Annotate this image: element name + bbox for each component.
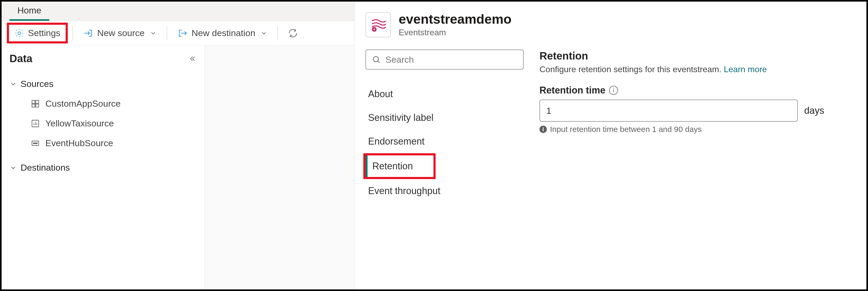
retention-hint: i Input retention time between 1 and 90 … <box>539 125 850 134</box>
source-item-customappsource[interactable]: CustomAppSource <box>9 94 196 113</box>
settings-label: Settings <box>28 28 60 38</box>
panel-title-block: eventstreamdemo Eventstream <box>399 12 512 37</box>
new-destination-label: New destination <box>191 28 255 38</box>
destinations-group: Destinations <box>9 158 196 178</box>
retention-field-label-row: Retention time i <box>539 85 850 96</box>
new-destination-button[interactable]: New destination <box>172 25 273 41</box>
retention-nav-highlight: Retention <box>363 153 436 179</box>
svg-rect-2 <box>36 100 38 103</box>
sources-group: Sources CustomAppSource YellowTaxisource <box>9 74 196 153</box>
panel-header: eventstreamdemo Eventstream <box>366 12 850 37</box>
info-icon[interactable]: i <box>609 86 618 95</box>
retention-unit: days <box>804 105 824 116</box>
retention-time-input[interactable] <box>539 100 798 122</box>
chart-icon <box>31 119 40 128</box>
source-item-label: EventHubSource <box>45 138 113 148</box>
source-arrow-icon <box>83 28 94 38</box>
svg-rect-4 <box>36 104 38 107</box>
settings-button[interactable]: Settings <box>9 25 66 41</box>
app-icon <box>31 99 40 109</box>
learn-more-link[interactable]: Learn more <box>724 65 767 74</box>
tab-home[interactable]: Home <box>9 2 49 21</box>
sources-group-header[interactable]: Sources <box>9 74 196 94</box>
chevron-down-icon <box>9 164 17 172</box>
section-title: Retention <box>539 50 850 62</box>
panel-title: eventstreamdemo <box>399 12 512 27</box>
data-pane-header: Data <box>9 53 196 65</box>
toolbar-separator <box>277 26 278 41</box>
panel-body: About Sensitivity label Endorsement Rete… <box>366 49 850 279</box>
source-item-label: CustomAppSource <box>45 99 121 109</box>
destinations-group-header[interactable]: Destinations <box>9 158 196 178</box>
info-solid-icon: i <box>539 125 547 133</box>
svg-point-7 <box>33 143 34 144</box>
new-source-label: New source <box>97 28 145 38</box>
destination-arrow-icon <box>177 28 188 38</box>
eventstream-icon <box>366 12 391 37</box>
left-body: Data Sources CustomAppSource <box>2 45 354 289</box>
eventhub-icon <box>31 139 40 148</box>
nav-sensitivity[interactable]: Sensitivity label <box>366 106 524 130</box>
source-item-eventhubsource[interactable]: EventHubSource <box>9 133 196 153</box>
nav-throughput[interactable]: Event throughput <box>366 179 524 203</box>
svg-point-9 <box>36 143 37 144</box>
retention-hint-text: Input retention time between 1 and 90 da… <box>550 125 702 134</box>
nav-about[interactable]: About <box>366 82 524 106</box>
destinations-label: Destinations <box>21 162 70 173</box>
retention-settings-content: Retention Configure retention settings f… <box>539 49 850 279</box>
section-description-text: Configure retention settings for this ev… <box>539 65 721 74</box>
chevron-down-icon <box>9 80 17 88</box>
settings-panel: eventstreamdemo Eventstream About Sensit… <box>355 2 866 289</box>
svg-point-8 <box>35 143 36 144</box>
settings-search[interactable] <box>366 49 524 70</box>
chevron-down-icon <box>260 30 267 37</box>
data-pane: Data Sources CustomAppSource <box>2 45 205 289</box>
collapse-pane-button[interactable] <box>188 54 196 63</box>
tab-bar: Home <box>2 2 354 21</box>
gear-icon <box>14 28 24 38</box>
svg-point-11 <box>373 57 379 62</box>
toolbar-separator <box>167 26 167 41</box>
retention-time-label: Retention time <box>539 85 606 96</box>
svg-point-0 <box>18 32 21 34</box>
nav-retention[interactable]: Retention <box>366 155 433 177</box>
toolbar-separator <box>72 26 73 41</box>
sources-label: Sources <box>21 79 54 89</box>
search-input[interactable] <box>385 54 517 65</box>
source-item-label: YellowTaxisource <box>45 118 114 129</box>
main-app-area: Home Settings New source <box>2 2 355 289</box>
retention-input-row: days <box>539 100 850 122</box>
canvas-area[interactable] <box>205 45 354 289</box>
settings-button-highlight: Settings <box>7 23 68 43</box>
toolbar: Settings New source New destination <box>2 21 354 45</box>
section-description: Configure retention settings for this ev… <box>539 65 850 74</box>
refresh-icon <box>288 28 298 38</box>
svg-rect-3 <box>32 104 35 107</box>
panel-subtitle: Eventstream <box>399 28 512 37</box>
chevron-down-icon <box>150 30 157 37</box>
source-item-yellowtaxisource[interactable]: YellowTaxisource <box>9 113 196 133</box>
settings-nav: About Sensitivity label Endorsement Rete… <box>366 49 524 279</box>
new-source-button[interactable]: New source <box>78 25 162 41</box>
refresh-button[interactable] <box>283 26 299 41</box>
data-pane-title: Data <box>9 53 32 65</box>
search-icon <box>372 55 381 64</box>
svg-rect-1 <box>32 100 35 103</box>
nav-endorsement[interactable]: Endorsement <box>366 130 524 153</box>
